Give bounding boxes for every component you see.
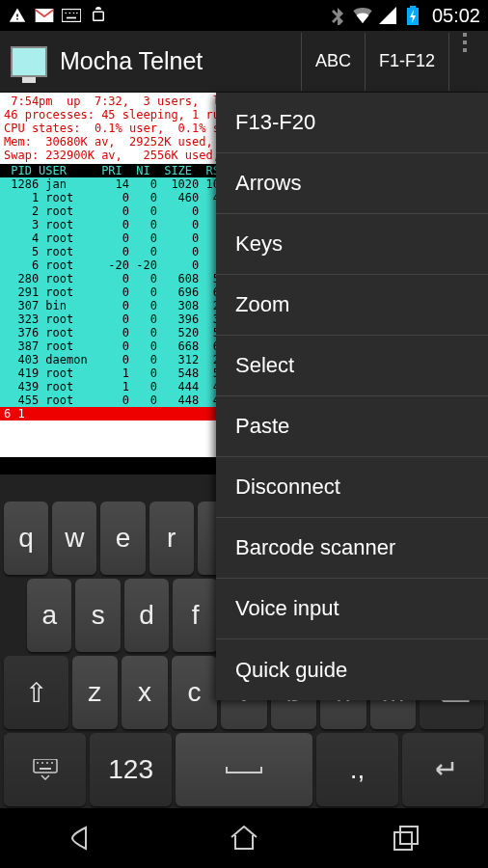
menu-item-voice-input[interactable]: Voice input [216,579,488,639]
key-c[interactable]: c [172,656,218,729]
key-f[interactable]: f [173,579,217,652]
navigation-bar [0,808,488,868]
key-d[interactable]: d [124,579,169,652]
menu-item-select[interactable]: Select [216,336,488,396]
action-bar: Mocha Telnet ABC F1-F12 [0,31,488,93]
status-bar: 05:02 [0,0,488,31]
overflow-menu: F13-F20 Arrows Keys Zoom Select Paste Di… [216,93,488,700]
key-q[interactable]: q [4,502,48,575]
svg-point-2 [65,13,67,14]
keyboard-status-icon [62,6,81,25]
battery-icon [403,6,422,25]
abc-button[interactable]: ABC [301,33,365,91]
key-enter[interactable] [402,733,484,806]
back-button[interactable] [62,819,100,857]
warning-icon [8,6,27,25]
signal-icon [378,6,397,25]
svg-rect-1 [62,9,81,21]
svg-rect-15 [394,832,412,850]
wifi-icon [353,6,372,25]
bluetooth-icon [328,6,347,25]
svg-rect-9 [34,759,57,773]
status-time: 05:02 [432,5,480,27]
key-x[interactable]: x [122,656,168,729]
key-z[interactable]: z [72,656,119,729]
keyboard-row-4: 123 ., [0,731,488,808]
app-title: Mocha Telnet [60,47,301,75]
svg-point-3 [69,13,71,14]
key-space[interactable] [176,733,312,806]
svg-rect-14 [40,768,51,770]
key-r[interactable]: r [149,502,194,575]
svg-point-13 [51,762,53,764]
recent-apps-button[interactable] [388,819,426,857]
gmail-icon [35,6,54,25]
svg-point-10 [37,762,39,764]
menu-item-arrows[interactable]: Arrows [216,153,488,214]
key-e[interactable]: e [100,502,145,575]
svg-rect-16 [400,827,418,844]
overflow-menu-button[interactable] [448,33,480,91]
key-a[interactable]: a [27,579,71,652]
key-123[interactable]: 123 [90,733,172,806]
svg-rect-8 [410,6,416,8]
menu-item-barcode-scanner[interactable]: Barcode scanner [216,518,488,579]
key-comma-period[interactable]: ., [316,733,398,806]
f1-f12-button[interactable]: F1-F12 [365,33,448,91]
key-s[interactable]: s [75,579,120,652]
menu-item-disconnect[interactable]: Disconnect [216,457,488,518]
menu-item-quick-guide[interactable]: Quick guide [216,639,488,700]
svg-point-5 [76,13,78,14]
key-shift[interactable]: ⇧ [4,656,68,729]
menu-item-f13-f20[interactable]: F13-F20 [216,93,488,153]
svg-rect-6 [67,17,76,19]
svg-point-12 [46,762,48,764]
svg-point-4 [73,13,75,14]
key-w[interactable]: w [52,502,96,575]
menu-item-paste[interactable]: Paste [216,396,488,457]
home-button[interactable] [225,819,263,857]
menu-item-keys[interactable]: Keys [216,214,488,275]
app-icon[interactable] [8,41,50,83]
android-icon [89,6,108,25]
svg-point-11 [41,762,43,764]
key-hide-keyboard[interactable] [4,733,86,806]
menu-item-zoom[interactable]: Zoom [216,275,488,336]
